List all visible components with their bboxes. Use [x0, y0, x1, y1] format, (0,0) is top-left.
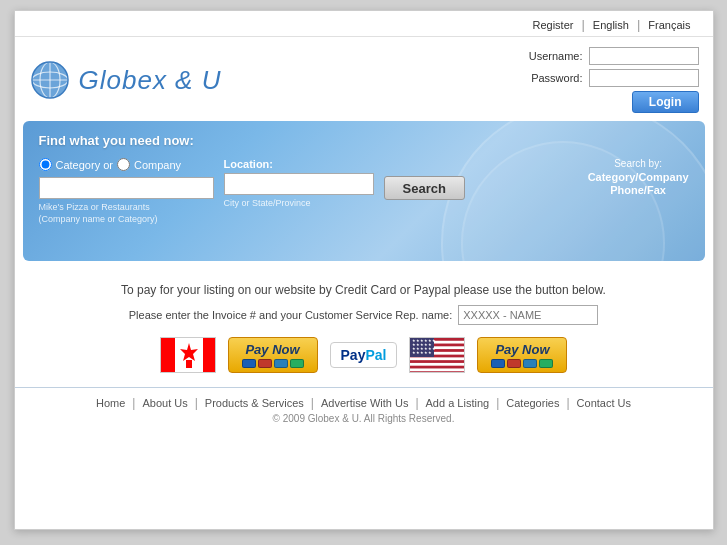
header: Globex & U Username: Password: Login	[15, 37, 713, 121]
footer-advertise-link[interactable]: Advertise With Us	[314, 397, 415, 409]
logo-area: Globex & U	[29, 59, 222, 101]
svg-rect-6	[161, 338, 175, 373]
bank-card-icon	[290, 359, 304, 368]
username-row: Username:	[518, 47, 699, 65]
search-by-links: Category/Company Phone/Fax	[588, 171, 689, 196]
pay-now-usa-cards	[491, 359, 553, 368]
top-bar: Register | English | Français	[15, 11, 713, 37]
amex-card-usa-icon	[523, 359, 537, 368]
paypal-pal-text: Pal	[365, 347, 386, 363]
visa-card-icon	[242, 359, 256, 368]
page-wrapper: Register | English | Français Globex & U…	[14, 10, 714, 530]
footer-links: Home | About Us | Products & Services | …	[29, 396, 699, 410]
search-by-section: Search by: Category/Company Phone/Fax	[588, 158, 689, 196]
mc-card-icon	[258, 359, 272, 368]
top-bar-links: Register | English | Français	[524, 17, 698, 32]
category-radio[interactable]	[39, 158, 52, 171]
company-label: Company	[134, 159, 181, 171]
payment-buttons-row: Pay Now PayPal	[31, 337, 697, 373]
location-label: Location:	[224, 158, 374, 170]
company-radio[interactable]	[117, 158, 130, 171]
mc-card-usa-icon	[507, 359, 521, 368]
invoice-label: Please enter the Invoice # and your Cust…	[129, 309, 452, 321]
paypal-button[interactable]: PayPal	[330, 342, 398, 368]
footer: Home | About Us | Products & Services | …	[15, 387, 713, 430]
svg-rect-16	[410, 363, 465, 366]
search-row: Category or Company Mike's Pizza or Rest…	[39, 158, 689, 225]
login-area: Username: Password: Login	[518, 47, 699, 113]
search-middle: Location: City or State/Province	[224, 158, 374, 208]
search-section: Find what you need now: Category or Comp…	[23, 121, 705, 261]
invoice-row: Please enter the Invoice # and your Cust…	[31, 305, 697, 325]
globe-icon	[29, 59, 71, 101]
password-label: Password:	[518, 72, 583, 84]
category-label: Category or	[56, 159, 113, 171]
search-button[interactable]: Search	[384, 176, 465, 200]
payment-title: To pay for your listing on our website b…	[31, 283, 697, 297]
bank-card-usa-icon	[539, 359, 553, 368]
search-by-cat-link[interactable]: Category/Company	[588, 171, 689, 183]
search-main-input[interactable]	[39, 177, 214, 199]
location-hint: City or State/Province	[224, 198, 374, 208]
login-button[interactable]: Login	[632, 91, 699, 113]
invoice-input[interactable]	[458, 305, 598, 325]
svg-rect-15	[410, 357, 465, 360]
english-link[interactable]: English	[585, 19, 637, 31]
password-row: Password:	[518, 69, 699, 87]
logo-text: Globex & U	[79, 65, 222, 96]
footer-contact-link[interactable]: Contact Us	[570, 397, 638, 409]
footer-products-link[interactable]: Products & Services	[198, 397, 311, 409]
footer-home-link[interactable]: Home	[89, 397, 132, 409]
search-hint: Mike's Pizza or Restaurants (Company nam…	[39, 202, 214, 225]
pay-now-canada-button[interactable]: Pay Now	[228, 337, 318, 373]
pay-now-usa-label: Pay Now	[495, 342, 549, 357]
usa-flag: ★★★★★★ ★★★★★ ★★★★★★ ★★★★★	[409, 337, 465, 373]
login-btn-row: Login	[632, 91, 699, 113]
register-link[interactable]: Register	[524, 19, 581, 31]
pay-now-canada-cards	[242, 359, 304, 368]
footer-categories-link[interactable]: Categories	[499, 397, 566, 409]
search-title: Find what you need now:	[39, 133, 689, 148]
canada-flag	[160, 337, 216, 373]
svg-rect-10	[186, 360, 192, 368]
search-by-phone-link[interactable]: Phone/Fax	[588, 184, 689, 196]
francais-link[interactable]: Français	[640, 19, 698, 31]
visa-card-usa-icon	[491, 359, 505, 368]
amex-card-icon	[274, 359, 288, 368]
username-input[interactable]	[589, 47, 699, 65]
footer-about-link[interactable]: About Us	[135, 397, 194, 409]
footer-add-listing-link[interactable]: Add a Listing	[419, 397, 497, 409]
payment-section: To pay for your listing on our website b…	[15, 273, 713, 387]
svg-rect-17	[410, 368, 465, 371]
svg-rect-8	[203, 338, 216, 373]
search-by-label: Search by:	[588, 158, 689, 169]
pay-now-canada-label: Pay Now	[245, 342, 299, 357]
svg-text:★★★★★: ★★★★★	[412, 350, 432, 355]
password-input[interactable]	[589, 69, 699, 87]
pay-now-usa-button[interactable]: Pay Now	[477, 337, 567, 373]
location-input[interactable]	[224, 173, 374, 195]
search-left: Category or Company Mike's Pizza or Rest…	[39, 158, 214, 225]
username-label: Username:	[518, 50, 583, 62]
paypal-pay-text: Pay	[341, 347, 366, 363]
footer-copyright: © 2009 Globex & U. All Rights Reserved.	[29, 413, 699, 424]
radio-row: Category or Company	[39, 158, 214, 171]
